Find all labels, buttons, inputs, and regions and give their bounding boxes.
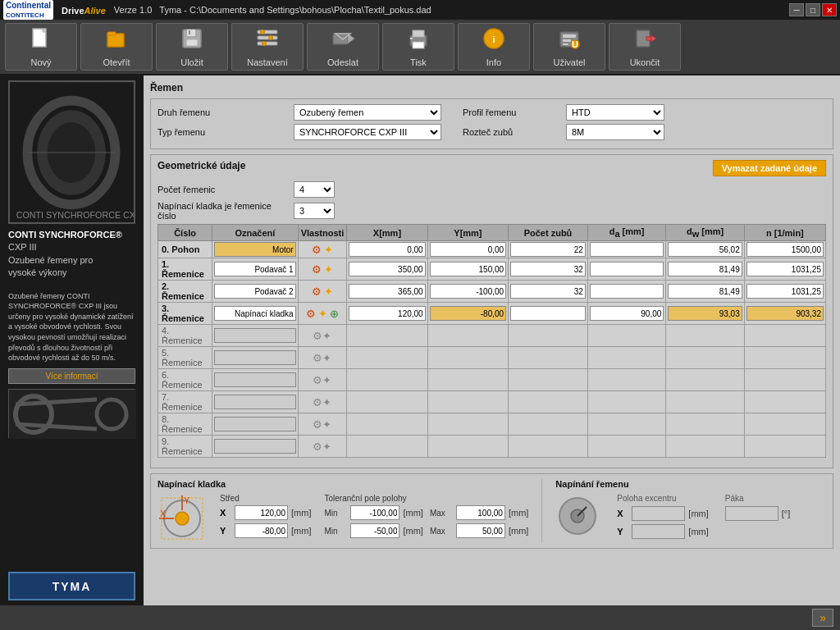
row0-dw-input[interactable] xyxy=(668,242,742,257)
row2-da-input[interactable] xyxy=(590,284,664,299)
row1-da-cell[interactable] xyxy=(587,258,665,281)
row1-gear1-icon[interactable]: ⚙ xyxy=(312,263,322,276)
tol-x-max-input[interactable] xyxy=(456,505,505,520)
row0-x-input[interactable] xyxy=(349,242,425,257)
send-button[interactable]: Odeslat xyxy=(307,23,379,71)
row3-zuby-input[interactable] xyxy=(510,306,586,321)
print-button[interactable]: Tisk xyxy=(382,23,454,71)
row3-x-cell[interactable] xyxy=(347,303,427,325)
paka-input[interactable] xyxy=(725,506,778,521)
row1-gear2-icon[interactable]: ✦ xyxy=(324,263,333,276)
row3-y-input[interactable] xyxy=(430,306,506,321)
new-button[interactable]: Nový xyxy=(5,23,77,71)
row2-da-cell[interactable] xyxy=(587,281,665,303)
row1-n-input[interactable] xyxy=(746,262,824,276)
row1-y-input[interactable] xyxy=(430,262,506,276)
row8-oznaceni[interactable] xyxy=(214,417,295,431)
row2-n-input[interactable] xyxy=(746,284,824,299)
row3-oznaceni-input[interactable] xyxy=(214,306,295,321)
row0-y-input[interactable] xyxy=(430,242,506,257)
minimize-button[interactable]: ─ xyxy=(789,3,804,16)
row0-da-input[interactable] xyxy=(590,242,664,257)
typ-select[interactable]: SYNCHROFORCE CXP III xyxy=(294,124,441,140)
row7-oznaceni[interactable] xyxy=(214,395,295,409)
row3-n-cell[interactable] xyxy=(744,303,825,325)
row0-n-cell[interactable] xyxy=(744,241,825,258)
row1-oznaceni-cell[interactable] xyxy=(212,258,298,281)
row4-oznaceni[interactable] xyxy=(214,328,295,343)
row0-da-cell[interactable] xyxy=(587,241,665,258)
more-info-button[interactable]: Více informací xyxy=(8,368,135,384)
nav-next-button[interactable]: » xyxy=(812,609,833,627)
row1-n-cell[interactable] xyxy=(744,258,825,281)
row2-gear2-icon[interactable]: ✦ xyxy=(324,285,333,298)
row1-oznaceni-input[interactable] xyxy=(214,262,295,276)
napin-kladka-select[interactable]: 3 xyxy=(294,203,335,219)
row3-dw-cell[interactable] xyxy=(666,303,744,325)
row2-x-input[interactable] xyxy=(349,284,425,299)
info-button[interactable]: i Info xyxy=(458,23,530,71)
row0-y-cell[interactable] xyxy=(427,241,508,258)
row1-zuby-input[interactable] xyxy=(510,262,586,276)
row3-dw-input[interactable] xyxy=(668,306,742,321)
row2-oznaceni-cell[interactable] xyxy=(212,281,298,303)
row3-circle-icon[interactable]: ⊕ xyxy=(330,308,339,320)
ry-input[interactable] xyxy=(632,524,685,539)
tol-y-max-input[interactable] xyxy=(456,523,505,538)
row2-y-cell[interactable] xyxy=(427,281,508,303)
tol-y-min-input[interactable] xyxy=(350,523,399,538)
row3-gear1-icon[interactable]: ⚙ xyxy=(306,308,316,320)
row1-dw-cell[interactable] xyxy=(666,258,744,281)
row1-x-input[interactable] xyxy=(349,262,425,276)
save-button[interactable]: Uložit xyxy=(156,23,228,71)
row1-zuby-cell[interactable] xyxy=(509,258,588,281)
row2-dw-input[interactable] xyxy=(668,284,742,299)
row0-zuby-cell[interactable] xyxy=(509,241,588,258)
row1-x-cell[interactable] xyxy=(347,258,427,281)
row0-x-cell[interactable] xyxy=(347,241,427,258)
open-button[interactable]: Otevřít xyxy=(80,23,153,71)
row0-gear2-icon[interactable]: ✦ xyxy=(324,244,333,256)
row1-dw-input[interactable] xyxy=(668,262,742,276)
maximize-button[interactable]: □ xyxy=(806,3,820,16)
row2-zuby-input[interactable] xyxy=(510,284,586,299)
row5-oznaceni[interactable] xyxy=(214,350,295,365)
profil-select[interactable]: HTD xyxy=(566,104,664,121)
row0-gear1-icon[interactable]: ⚙ xyxy=(312,244,322,256)
row2-n-cell[interactable] xyxy=(744,281,825,303)
row2-gear1-icon[interactable]: ⚙ xyxy=(312,285,322,298)
row3-n-input[interactable] xyxy=(746,306,824,321)
user-button[interactable]: U Uživatel xyxy=(533,23,605,71)
row3-da-input[interactable] xyxy=(590,306,664,321)
row9-oznaceni[interactable] xyxy=(214,439,295,454)
row3-oznaceni-cell[interactable] xyxy=(212,303,298,325)
row3-gear2-icon[interactable]: ✦ xyxy=(318,308,327,320)
row1-da-input[interactable] xyxy=(590,262,664,276)
row2-zuby-cell[interactable] xyxy=(509,281,588,303)
row0-zuby-input[interactable] xyxy=(510,242,586,257)
row2-oznaceni-input[interactable] xyxy=(214,284,295,299)
y-coord-input[interactable] xyxy=(235,523,288,538)
row0-n-input[interactable] xyxy=(746,242,824,257)
exit-button[interactable]: Ukončit xyxy=(609,23,681,71)
row3-y-cell[interactable] xyxy=(427,303,508,325)
row0-dw-cell[interactable] xyxy=(666,241,744,258)
x-coord-input[interactable] xyxy=(235,505,288,520)
settings-button[interactable]: Nastavení xyxy=(231,23,304,71)
row2-x-cell[interactable] xyxy=(347,281,427,303)
druh-select[interactable]: Ozubený řemen xyxy=(294,104,441,121)
tol-x-min-input[interactable] xyxy=(350,505,399,520)
clear-button[interactable]: Vymazat zadané údaje xyxy=(713,160,826,176)
row0-oznaceni-input[interactable] xyxy=(214,242,295,257)
row0-oznaceni-cell[interactable] xyxy=(212,241,298,258)
row6-oznaceni[interactable] xyxy=(214,372,295,387)
roztec-select[interactable]: 8M xyxy=(566,124,664,140)
row3-zuby-cell[interactable] xyxy=(509,303,588,325)
row3-x-input[interactable] xyxy=(349,306,425,321)
rx-input[interactable] xyxy=(632,506,685,521)
row2-dw-cell[interactable] xyxy=(666,281,744,303)
row3-da-cell[interactable] xyxy=(587,303,665,325)
row2-y-input[interactable] xyxy=(430,284,506,299)
close-button[interactable]: ✕ xyxy=(822,3,837,16)
pocet-select[interactable]: 4 xyxy=(294,181,335,198)
